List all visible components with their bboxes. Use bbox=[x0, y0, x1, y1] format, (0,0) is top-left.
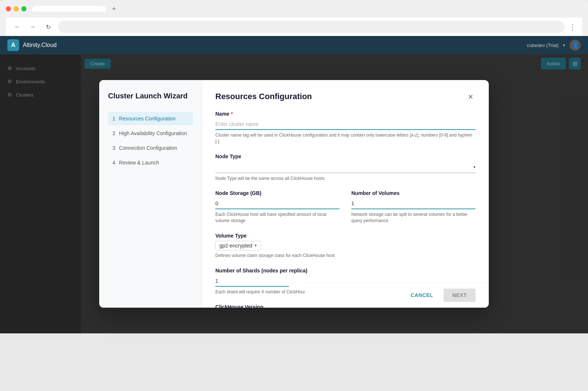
modal-footer: CANCEL NEXT bbox=[305, 282, 489, 308]
step-label-1: Resources Configuration bbox=[119, 116, 176, 122]
num-volumes-group: Number of Volumes Network storage can be… bbox=[351, 190, 476, 224]
wizard-step-2[interactable]: 2 High Availability Configuration bbox=[108, 127, 193, 140]
volume-type-select-wrapper[interactable]: gp2-encrypted ▾ bbox=[215, 241, 261, 250]
step-label-4: Review & Launch bbox=[119, 160, 159, 166]
node-storage-input[interactable] bbox=[215, 198, 340, 209]
required-indicator: * bbox=[231, 111, 233, 117]
page-background: ⚙ Accounts ⚙ Environments ⚙ Clusters Cre… bbox=[0, 54, 588, 333]
node-storage-group: Node Storage (GB) Each ClickHouse host w… bbox=[215, 190, 340, 224]
node-type-hint: Node Type will be the same across all Cl… bbox=[215, 175, 476, 182]
wizard-content-title: Resources Configuration bbox=[215, 92, 312, 101]
step-number-2: 2 bbox=[112, 130, 115, 136]
num-volumes-label: Number of Volumes bbox=[351, 190, 476, 196]
name-label: Name * bbox=[215, 111, 476, 117]
browser-toolbar: ← → ↻ ⋮ bbox=[6, 18, 582, 36]
name-hint: Cluster name tag will be used in ClickHo… bbox=[215, 132, 476, 145]
wizard-content: Resources Configuration ✕ Name * Cluster… bbox=[202, 80, 489, 308]
url-bar[interactable] bbox=[58, 21, 564, 33]
browser-menu-button[interactable]: ⋮ bbox=[569, 22, 576, 31]
volume-type-label: Volume Type bbox=[215, 233, 476, 239]
step-number-1: 1 bbox=[112, 116, 115, 122]
avatar[interactable]: 👤 bbox=[570, 40, 581, 51]
app-name: Altinity.Cloud bbox=[23, 42, 57, 48]
step-number-3: 3 bbox=[112, 145, 115, 151]
app-logo: A Altinity.Cloud bbox=[7, 39, 57, 51]
wizard-step-3[interactable]: 3 Connection Configuration bbox=[108, 141, 193, 155]
close-traffic-light[interactable] bbox=[6, 6, 11, 11]
volume-type-value: gp2-encrypted bbox=[219, 243, 252, 249]
wizard-step-1[interactable]: 1 Resources Configuration bbox=[108, 112, 193, 125]
chevron-down-icon: ▾ bbox=[563, 43, 565, 48]
cancel-button[interactable]: CANCEL bbox=[405, 289, 439, 301]
node-type-select-wrapper[interactable]: ▾ bbox=[215, 162, 476, 173]
node-storage-label: Node Storage (GB) bbox=[215, 190, 340, 196]
node-type-label: Node Type bbox=[215, 153, 476, 159]
node-type-select[interactable] bbox=[215, 164, 476, 170]
back-button[interactable]: ← bbox=[12, 21, 23, 32]
wizard-step-4[interactable]: 4 Review & Launch bbox=[108, 156, 193, 169]
app-header: A Altinity.Cloud cubedev (Trial) ▾ 👤 bbox=[0, 36, 588, 54]
browser-chrome: + ← → ↻ ⋮ bbox=[0, 0, 588, 36]
browser-tab[interactable] bbox=[32, 6, 106, 12]
wizard-sidebar: Cluster Launch Wizard 1 Resources Config… bbox=[99, 80, 202, 308]
close-button[interactable]: ✕ bbox=[465, 92, 476, 102]
num-shards-label: Number of Shards (nodes per replica) bbox=[215, 268, 476, 274]
num-volumes-hint: Network storage can be split to several … bbox=[351, 211, 476, 224]
wizard-content-header: Resources Configuration ✕ bbox=[215, 92, 476, 102]
traffic-lights bbox=[6, 6, 26, 11]
modal: Cluster Launch Wizard 1 Resources Config… bbox=[99, 80, 489, 308]
modal-overlay: Cluster Launch Wizard 1 Resources Config… bbox=[0, 54, 588, 333]
maximize-traffic-light[interactable] bbox=[21, 6, 26, 11]
storage-volumes-row: Node Storage (GB) Each ClickHouse host w… bbox=[215, 190, 476, 224]
wizard-title: Cluster Launch Wizard bbox=[108, 92, 193, 100]
num-shards-input[interactable] bbox=[215, 276, 289, 287]
volume-type-hint: Defines volume claim storage class for e… bbox=[215, 253, 476, 259]
step-number-4: 4 bbox=[112, 160, 115, 166]
forward-button[interactable]: → bbox=[27, 21, 38, 32]
header-right: cubedev (Trial) ▾ 👤 bbox=[527, 40, 581, 51]
wizard-steps: 1 Resources Configuration 2 High Availab… bbox=[108, 112, 193, 169]
chevron-down-icon: ▾ bbox=[255, 243, 257, 248]
step-label-3: Connection Configuration bbox=[119, 145, 177, 151]
num-volumes-input[interactable] bbox=[351, 198, 476, 209]
user-label: cubedev (Trial) bbox=[527, 43, 559, 48]
volume-type-section: Volume Type gp2-encrypted ▾ Defines volu… bbox=[215, 233, 476, 259]
logo-icon: A bbox=[7, 39, 19, 51]
name-section: Name * Cluster name tag will be used in … bbox=[215, 111, 476, 145]
node-storage-hint: Each ClickHouse host will have specified… bbox=[215, 211, 340, 224]
minimize-traffic-light[interactable] bbox=[14, 6, 19, 11]
next-button[interactable]: NEXT bbox=[444, 289, 476, 302]
reload-button[interactable]: ↻ bbox=[43, 21, 54, 32]
name-input[interactable] bbox=[215, 119, 476, 130]
new-tab-button[interactable]: + bbox=[109, 4, 119, 14]
node-type-section: Node Type ▾ Node Type will be the same a… bbox=[215, 153, 476, 182]
step-label-2: High Availability Configuration bbox=[119, 130, 187, 136]
browser-titlebar: + bbox=[6, 4, 582, 14]
